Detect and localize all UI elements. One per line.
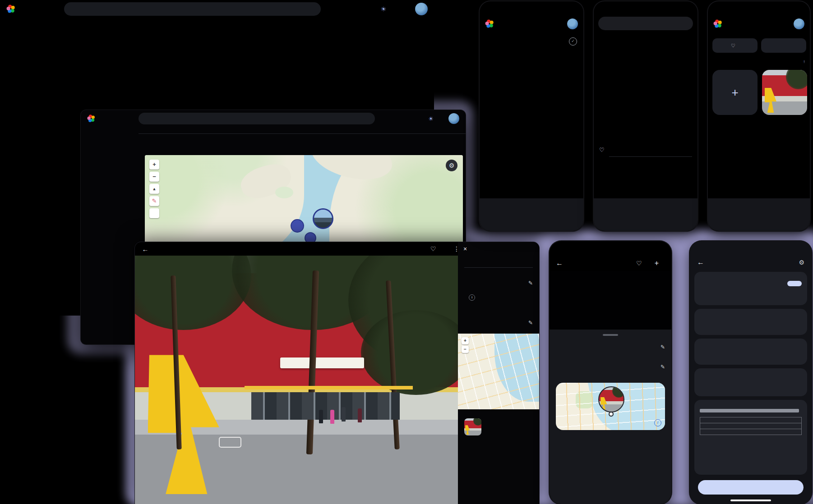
map-cluster-marker[interactable]: [291, 219, 304, 233]
immich-flower-icon: [87, 114, 96, 123]
zoom-in-icon[interactable]: [404, 243, 416, 255]
photo-yellow-arrow: [148, 355, 222, 494]
bottom-nav: [594, 198, 698, 231]
user-avatar[interactable]: [567, 18, 578, 29]
backup-albums-card: [694, 272, 807, 305]
user-avatar[interactable]: [448, 113, 459, 124]
theme-toggle-sun-icon[interactable]: ☀: [378, 3, 389, 15]
select-all-check-icon[interactable]: ✓: [569, 37, 577, 46]
zoom-out-button[interactable]: −: [149, 172, 159, 182]
activity-recent-row[interactable]: [599, 159, 692, 171]
stat-card-remainder: [694, 368, 807, 396]
compass-button[interactable]: ▲: [149, 184, 159, 194]
select-button[interactable]: [787, 281, 802, 286]
fullscreen-button[interactable]: [149, 208, 159, 218]
back-icon[interactable]: ←: [556, 259, 563, 267]
back-icon[interactable]: ←: [139, 243, 151, 255]
info-minimap[interactable]: + −: [458, 334, 539, 409]
draw-button[interactable]: ✎: [149, 196, 159, 206]
photo-in-n-out[interactable]: [135, 256, 458, 504]
attribution-info-icon[interactable]: i: [654, 419, 661, 426]
info-icon[interactable]: [416, 243, 427, 255]
edit-location-icon[interactable]: ✎: [661, 364, 665, 370]
user-avatar[interactable]: [415, 3, 428, 15]
photo-pin-marker[interactable]: [598, 386, 624, 412]
photo-bicycle: [219, 437, 241, 448]
photo-grid[interactable]: [480, 52, 583, 201]
immich-logo[interactable]: [6, 4, 60, 14]
file-info-icon[interactable]: i: [469, 294, 475, 301]
uploading-file-card: [694, 400, 807, 475]
phone-backup-screen: ← ⚙: [690, 241, 812, 504]
appears-in-header: [458, 409, 539, 417]
edit-date-icon[interactable]: ✎: [661, 344, 665, 350]
photo-decoration: [361, 310, 458, 394]
stat-card-total: [694, 309, 807, 335]
more-options-icon[interactable]: ⋮: [451, 243, 462, 255]
album-thumbnail: [464, 418, 481, 435]
people-faces-row: [599, 45, 698, 77]
sidebar: [81, 131, 135, 344]
phone-library-screen: ♡ ↑ +: [708, 1, 810, 231]
location-map[interactable]: i: [556, 383, 665, 430]
detail-location-row[interactable]: ✎: [458, 316, 539, 330]
photo-pedestrian: [342, 407, 346, 422]
bottom-nav: [480, 198, 583, 231]
upload-progress-bar: [700, 409, 799, 412]
new-album-card[interactable]: +: [712, 70, 758, 115]
category-screenshots-row[interactable]: [599, 188, 605, 199]
activity-favorites-row[interactable]: ♡: [599, 144, 692, 156]
zoom-in-button[interactable]: +: [149, 160, 159, 170]
phone-photos-screen: ✓: [480, 1, 583, 231]
archive-button[interactable]: [761, 38, 806, 53]
favorites-button[interactable]: ♡: [712, 38, 758, 53]
photo-row: [67, 23, 420, 84]
album-card-sf-trip[interactable]: [762, 70, 807, 115]
description-input[interactable]: [458, 256, 539, 267]
places-row: [594, 91, 698, 127]
upload-created-row: [700, 423, 801, 429]
upload-id-row: [700, 429, 801, 435]
photo-doors: [251, 392, 400, 420]
detail-camera-row: [458, 306, 539, 316]
photo-pedestrian: [358, 408, 362, 422]
user-avatar[interactable]: [794, 18, 804, 29]
favorite-heart-icon[interactable]: ♡: [427, 243, 439, 255]
edit-date-icon[interactable]: ✎: [528, 280, 533, 286]
delete-trash-icon[interactable]: [439, 243, 451, 255]
detail-file-row: i: [458, 290, 539, 306]
zoom-in-button[interactable]: +: [462, 337, 469, 344]
upload-file-row: [700, 417, 801, 423]
photo-sign: [280, 357, 364, 368]
edit-location-icon[interactable]: ✎: [528, 320, 533, 326]
photo-viewer-window: ← ♡ ⋮ ×: [135, 242, 539, 504]
phone-photo-detail-screen: ← ♡ + ✎ ✎ i: [550, 241, 671, 504]
start-backup-button[interactable]: [698, 480, 804, 495]
add-icon[interactable]: +: [655, 259, 659, 267]
detail-date-row[interactable]: ✎: [458, 276, 539, 290]
immich-flower-icon: [713, 19, 723, 29]
details-header: [458, 268, 539, 276]
stat-card-backup: [694, 339, 807, 365]
settings-gear-icon[interactable]: ⚙: [799, 259, 804, 266]
detail-sheet: ✎ ✎ i: [550, 330, 671, 504]
map-photo-marker[interactable]: [313, 208, 333, 229]
zoom-out-button[interactable]: −: [462, 346, 469, 353]
search-input[interactable]: [64, 2, 321, 16]
favorite-heart-icon[interactable]: ♡: [636, 260, 642, 267]
photo-pedestrian: [330, 410, 334, 424]
map-settings-button[interactable]: ⚙: [446, 160, 457, 171]
share-icon[interactable]: [392, 243, 404, 255]
back-icon[interactable]: ←: [697, 258, 704, 266]
sort-created-date-link[interactable]: ↑: [803, 59, 805, 64]
album-link-sf-trip[interactable]: [458, 417, 539, 436]
search-input[interactable]: [139, 113, 375, 124]
immich-logo[interactable]: [87, 114, 134, 123]
search-input[interactable]: [598, 17, 693, 30]
immich-flower-icon: [485, 19, 495, 29]
description-input[interactable]: [550, 350, 671, 357]
detail-camera-row: [550, 485, 671, 494]
photo-pedestrian: [319, 410, 323, 423]
photo-dark[interactable]: [550, 271, 671, 330]
theme-toggle-sun-icon[interactable]: ☀: [425, 113, 437, 124]
